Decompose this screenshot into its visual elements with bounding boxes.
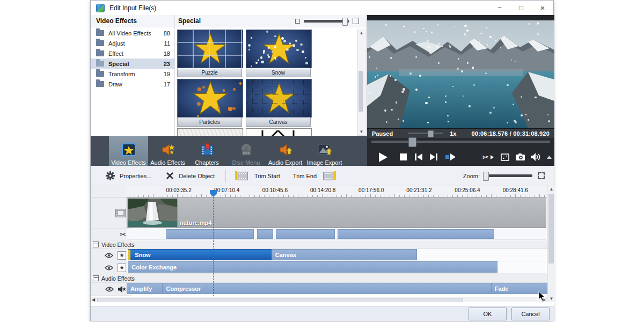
category-transform[interactable]: Transform 19 (91, 69, 174, 79)
fullscreen-icon[interactable] (497, 148, 513, 166)
collapse-controls-icon[interactable] (544, 148, 554, 166)
thumb-size-slider[interactable] (304, 20, 349, 23)
audio-effect-speaker-icon[interactable] (118, 286, 126, 293)
seek-handle[interactable] (408, 137, 416, 147)
category-label: Draw (108, 81, 122, 87)
scroll-down-icon[interactable]: ▼ (358, 129, 365, 135)
seek-bar[interactable] (371, 141, 550, 143)
zoom-label: Zoom: (463, 173, 480, 179)
trim-start-button[interactable]: Trim Start (233, 172, 280, 180)
delete-object-button[interactable]: Delete Object (166, 172, 215, 179)
ruler-gutter (91, 186, 131, 197)
properties-button[interactable]: Properties... (106, 171, 151, 180)
maximize-button[interactable]: □ (510, 1, 532, 15)
ruler-timestamp: 00:25:06.4 (455, 187, 480, 193)
category-effect[interactable]: Effect 18 (91, 48, 174, 58)
cut-segment[interactable] (276, 229, 335, 239)
scroll-down-icon[interactable]: ▼ (548, 296, 555, 302)
video-clip[interactable]: nature.mp4 (127, 197, 546, 228)
ok-button[interactable]: OK (469, 308, 507, 320)
effect-thumb-partial[interactable] (246, 128, 312, 136)
trim-end-label: Trim End (293, 173, 317, 179)
audio-effects-section-header[interactable]: Audio Effects (91, 274, 549, 283)
effect-thumb-particles[interactable]: Particles (177, 79, 242, 127)
thumb-size-small-icon[interactable] (295, 19, 300, 24)
cut-segment[interactable] (166, 229, 254, 239)
ruler-timestamp: 00:10:45.6 (262, 187, 288, 193)
effect-bar-canvas[interactable]: Canvas (272, 249, 418, 260)
category-draw[interactable]: Draw 17 (91, 79, 174, 89)
categories-header: Video Effects (91, 15, 174, 27)
timeline-zoom-handle[interactable] (483, 172, 489, 181)
video-effects-section-header[interactable]: Video Effects (91, 240, 549, 249)
cut-segment[interactable] (338, 229, 494, 239)
gallery-scrollbar-thumb[interactable] (358, 71, 363, 112)
snow-effect-overlay (367, 20, 554, 128)
effect-thumb-canvas[interactable]: Canvas (246, 79, 311, 127)
collapse-section-icon[interactable] (93, 241, 99, 247)
effect-bar-compressor[interactable]: Compressor (162, 283, 492, 294)
cut-segment[interactable] (257, 229, 273, 239)
mode-image-export-button[interactable]: Image Export (305, 136, 344, 169)
visibility-eye-icon[interactable] (105, 253, 113, 258)
time-ruler[interactable]: 00:03:35.200:07:10.400:10:45.600:14:20.8… (127, 186, 547, 197)
category-special[interactable]: Special 23 (91, 58, 174, 69)
effect-bar-color-exchange[interactable]: Color Exchange (128, 261, 497, 273)
visibility-eye-icon[interactable] (105, 265, 113, 270)
transport-controls: ✂ (367, 148, 554, 166)
cancel-button[interactable]: Cancel (511, 308, 550, 320)
effect-bar-label: Amplify (130, 286, 152, 292)
mode-disc-menu-button[interactable]: Disc Menu (226, 136, 266, 169)
delete-object-label: Delete Object (179, 173, 215, 179)
close-button[interactable]: × (532, 1, 553, 15)
trim-end-button[interactable]: Trim End (293, 172, 338, 180)
previous-frame-button[interactable] (411, 148, 426, 166)
video-frame[interactable] (367, 20, 554, 128)
snapshot-camera-icon[interactable] (513, 148, 528, 166)
scissors-icon: ✂ (120, 231, 126, 238)
split-button[interactable]: ✂ (479, 148, 497, 166)
effects-gallery-panel: Special Puzzle (175, 15, 367, 136)
mode-video-effects-button[interactable]: Video Effects (109, 136, 148, 169)
collapse-section-icon[interactable] (93, 275, 99, 281)
effect-thumb-partial[interactable] (177, 128, 243, 136)
zoom-fit-icon[interactable] (538, 172, 545, 179)
category-adjust[interactable]: Adjust 11 (91, 38, 174, 48)
speed-slider-handle[interactable] (428, 130, 434, 137)
play-button[interactable] (371, 148, 395, 166)
scroll-up-icon[interactable]: ▲ (548, 187, 555, 192)
visibility-eye-icon[interactable] (105, 287, 114, 292)
category-label: Adjust (108, 40, 125, 47)
toolbar-separator (225, 170, 226, 182)
scroll-up-icon[interactable]: ▲ (358, 31, 365, 36)
effect-bar-amplify[interactable]: Amplify (127, 283, 165, 294)
fx-row2-gutter: ★ (91, 261, 131, 274)
speed-slider[interactable] (408, 133, 443, 134)
vscrollbar-thumb[interactable] (548, 194, 554, 264)
timeline-vscrollbar[interactable]: ▲ ▼ (547, 186, 555, 302)
mode-audio-export-button[interactable]: Audio Export (266, 136, 305, 169)
next-frame-button[interactable] (426, 148, 441, 166)
timeline-zoom-slider[interactable] (483, 174, 532, 177)
play-to-marker-button[interactable] (441, 148, 459, 166)
stop-button[interactable] (395, 148, 411, 166)
effect-bar-snow[interactable]: Snow (128, 249, 277, 260)
playback-status-bar: Paused 1x 00:06:18.576 / 00:31:08.920 (367, 128, 554, 138)
effect-thumb-snow[interactable]: Snow (246, 30, 311, 77)
effect-thumb-puzzle[interactable]: Puzzle (177, 30, 242, 77)
mode-button-label: Chapters (195, 159, 219, 166)
mode-audio-effects-button[interactable]: Audio Effects (148, 136, 187, 169)
category-all-video-effects[interactable]: All Video Effects 88 (91, 28, 174, 38)
mode-chapters-button[interactable]: Chapters (187, 136, 226, 169)
volume-icon[interactable] (528, 148, 544, 166)
effect-star-icon[interactable]: ★ (118, 251, 126, 260)
effect-star-icon[interactable]: ★ (118, 264, 126, 272)
fx-row1-gutter: ★ (91, 249, 131, 262)
gear-icon (106, 171, 115, 180)
thumb-size-slider-handle[interactable] (342, 18, 348, 26)
thumb-size-large-icon[interactable] (353, 18, 359, 24)
gallery-scrollbar[interactable]: ▲ ▼ (357, 30, 365, 136)
film-icon (115, 209, 126, 217)
trim-start-icon (237, 172, 248, 180)
minimize-button[interactable]: − (489, 1, 510, 15)
